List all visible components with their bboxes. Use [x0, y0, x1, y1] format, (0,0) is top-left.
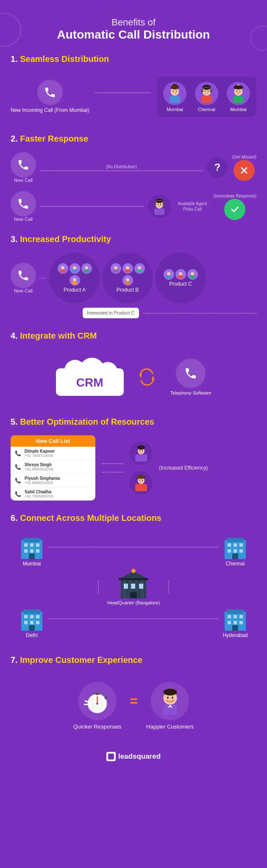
s5-line-2: [102, 472, 123, 473]
section-4-title: Integrate with CRM: [20, 331, 97, 340]
s3-new-call: New Call: [11, 263, 36, 293]
ls-logo-inner: [108, 754, 114, 760]
mini-face-4: [71, 277, 78, 284]
section-5-header: 5. Better Optimization of Resources: [11, 417, 256, 427]
svg-point-35: [73, 278, 76, 281]
mini-face-11: [189, 271, 196, 278]
svg-rect-8: [201, 96, 212, 103]
svg-rect-95: [24, 615, 28, 618]
svg-point-33: [85, 266, 88, 270]
agent-face-svg-1: [165, 84, 184, 103]
dotted-delhi-hyd: [49, 618, 218, 619]
sync-svg: [137, 367, 156, 387]
building-delhi-svg: [19, 607, 44, 631]
section-6-header: 6. Connect Across Multiple Locations: [11, 513, 256, 523]
call-list-item-4: 📞 Sahil Chadha +91 7095959705: [11, 487, 95, 501]
svg-point-19: [239, 91, 240, 92]
mini-face-7: [136, 265, 143, 273]
mini-face-8: [124, 277, 131, 284]
phone-svg-4: [17, 269, 30, 282]
quicker-responses-item: Quicker Responses: [73, 682, 121, 731]
svg-rect-106: [239, 615, 243, 618]
svg-rect-77: [228, 549, 231, 553]
mini-agent-7: [134, 263, 145, 274]
cl-phone-icon-2: 📞: [15, 464, 21, 470]
section-2-number: 2.: [11, 134, 18, 143]
svg-point-88: [131, 569, 136, 573]
agent-chennai: Chennai: [195, 82, 218, 112]
agent-mumbai-label: Mumbai: [167, 107, 183, 112]
phone-svg-3: [17, 198, 30, 210]
mini-agent-10: [175, 269, 186, 280]
svg-point-45: [167, 272, 170, 275]
hq-label: HeadQuarter (Bangalore): [107, 600, 160, 605]
svg-rect-32: [72, 270, 77, 273]
s2-nodist-middle: (No Distribution): [40, 164, 203, 171]
svg-rect-85: [141, 579, 144, 598]
call-list-item-1: 📞 Dimple Kapoor +91 7696714555: [11, 447, 95, 460]
dotted-interested: [143, 313, 256, 314]
hq-col-left: [98, 581, 99, 593]
svg-rect-67: [36, 543, 39, 547]
svg-rect-97: [36, 615, 39, 618]
svg-rect-91: [139, 584, 143, 589]
section-3-header: 3. Increased Productivity: [11, 234, 256, 244]
cl-phone-1: +91 7696714555: [25, 453, 55, 458]
mini-face-5: [112, 265, 120, 273]
svg-point-37: [114, 266, 117, 270]
mini-face-1: [59, 265, 67, 273]
svg-point-123: [172, 696, 173, 698]
agents-box: Mumbai: [157, 77, 256, 117]
product-a-agents: [53, 263, 96, 286]
svg-rect-90: [131, 584, 135, 589]
products-row: Product A: [49, 253, 206, 303]
agent-mumbai2-avatar: ★: [227, 82, 250, 105]
section-6-title: Connect Across Multiple Locations: [20, 513, 161, 523]
svg-rect-66: [30, 543, 33, 547]
s3-new-call-label: New Call: [14, 288, 33, 293]
s6-content: Mumbai Chennai: [11, 531, 256, 643]
dotted-line-nodist: [40, 170, 203, 171]
s6-row-2: HeadQuarter (Bangalore): [19, 569, 248, 605]
cl-phone-3: +91 8989515035: [25, 481, 60, 485]
result-check-icon: [224, 199, 245, 220]
cl-contact-1: Dimple Kapoor +91 7696714555: [25, 449, 55, 458]
happier-customers-label: Happier Customers: [146, 723, 194, 731]
product-c-agents: [164, 269, 198, 280]
svg-rect-104: [228, 615, 231, 618]
agent-mumbai2: ★ Mumbai: [227, 82, 250, 112]
telephony-label: Telephony Software: [170, 390, 211, 395]
svg-rect-80: [232, 554, 238, 559]
section-3: 3. Increased Productivity New Call: [8, 234, 259, 318]
svg-point-62: [137, 475, 145, 479]
telephony-circle: [176, 359, 206, 388]
svg-rect-40: [125, 270, 130, 273]
s2-immediate-label: (Immediate Response): [214, 193, 256, 199]
svg-rect-92: [130, 592, 137, 598]
dotted-line-dist: [40, 206, 144, 207]
product-c-label: Product C: [169, 281, 192, 287]
section-3-title: Increased Productivity: [20, 234, 111, 244]
s6-row-1: Mumbai Chennai: [19, 536, 248, 567]
sync-icon: [136, 366, 158, 387]
product-a-label: Product A: [64, 287, 86, 293]
cl-name-2: Shreya Singh: [25, 462, 53, 467]
svg-point-31: [73, 266, 76, 270]
svg-rect-98: [24, 621, 28, 624]
svg-rect-71: [29, 554, 35, 559]
happy-customer-svg: [156, 687, 184, 715]
location-chennai-label: Chennai: [226, 561, 245, 567]
phone-svg-2: [17, 159, 30, 171]
s5-line-1: [102, 463, 123, 464]
s5-agents: [129, 442, 153, 495]
crm-section: CRM: [56, 358, 124, 396]
svg-rect-118: [94, 693, 100, 694]
cl-contact-3: Piyush Singhania +91 8989515035: [25, 476, 60, 485]
svg-rect-103: [227, 609, 244, 614]
svg-point-122: [167, 696, 169, 698]
mini-agent-8: [122, 275, 133, 286]
s2-agent-face: [151, 198, 168, 215]
section-5-number: 5.: [11, 417, 18, 426]
s2-available-agent: [148, 195, 171, 218]
svg-rect-94: [23, 609, 40, 614]
